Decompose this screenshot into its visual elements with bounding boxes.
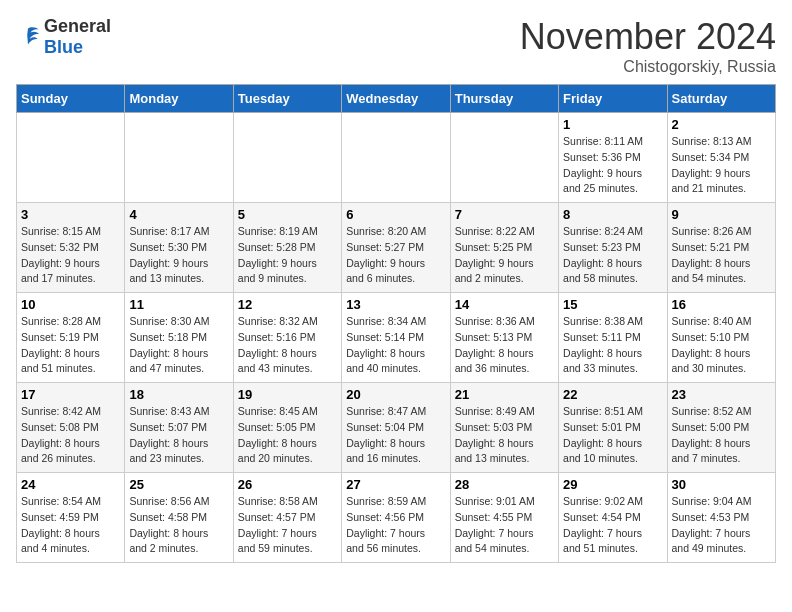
day-info: Sunrise: 8:47 AM Sunset: 5:04 PM Dayligh… (346, 404, 445, 467)
calendar-cell: 21Sunrise: 8:49 AM Sunset: 5:03 PM Dayli… (450, 383, 558, 473)
day-number: 30 (672, 477, 771, 492)
calendar-cell: 13Sunrise: 8:34 AM Sunset: 5:14 PM Dayli… (342, 293, 450, 383)
calendar-cell: 6Sunrise: 8:20 AM Sunset: 5:27 PM Daylig… (342, 203, 450, 293)
calendar-cell: 29Sunrise: 9:02 AM Sunset: 4:54 PM Dayli… (559, 473, 667, 563)
day-info: Sunrise: 8:36 AM Sunset: 5:13 PM Dayligh… (455, 314, 554, 377)
column-header-sunday: Sunday (17, 85, 125, 113)
day-number: 3 (21, 207, 120, 222)
day-info: Sunrise: 8:58 AM Sunset: 4:57 PM Dayligh… (238, 494, 337, 557)
day-number: 7 (455, 207, 554, 222)
calendar-cell (125, 113, 233, 203)
day-number: 24 (21, 477, 120, 492)
day-info: Sunrise: 8:43 AM Sunset: 5:07 PM Dayligh… (129, 404, 228, 467)
day-info: Sunrise: 8:11 AM Sunset: 5:36 PM Dayligh… (563, 134, 662, 197)
week-row-5: 24Sunrise: 8:54 AM Sunset: 4:59 PM Dayli… (17, 473, 776, 563)
day-number: 13 (346, 297, 445, 312)
day-info: Sunrise: 8:32 AM Sunset: 5:16 PM Dayligh… (238, 314, 337, 377)
calendar-cell: 14Sunrise: 8:36 AM Sunset: 5:13 PM Dayli… (450, 293, 558, 383)
logo: General Blue (16, 16, 111, 58)
day-info: Sunrise: 8:38 AM Sunset: 5:11 PM Dayligh… (563, 314, 662, 377)
day-info: Sunrise: 8:15 AM Sunset: 5:32 PM Dayligh… (21, 224, 120, 287)
day-info: Sunrise: 8:52 AM Sunset: 5:00 PM Dayligh… (672, 404, 771, 467)
calendar-body: 1Sunrise: 8:11 AM Sunset: 5:36 PM Daylig… (17, 113, 776, 563)
calendar-cell: 10Sunrise: 8:28 AM Sunset: 5:19 PM Dayli… (17, 293, 125, 383)
title-block: November 2024 Chistogorskiy, Russia (520, 16, 776, 76)
calendar-cell: 3Sunrise: 8:15 AM Sunset: 5:32 PM Daylig… (17, 203, 125, 293)
day-info: Sunrise: 8:17 AM Sunset: 5:30 PM Dayligh… (129, 224, 228, 287)
column-header-friday: Friday (559, 85, 667, 113)
day-number: 28 (455, 477, 554, 492)
column-header-monday: Monday (125, 85, 233, 113)
page-header: General Blue November 2024 Chistogorskiy… (16, 16, 776, 76)
day-info: Sunrise: 8:19 AM Sunset: 5:28 PM Dayligh… (238, 224, 337, 287)
day-number: 6 (346, 207, 445, 222)
calendar-cell: 7Sunrise: 8:22 AM Sunset: 5:25 PM Daylig… (450, 203, 558, 293)
day-number: 14 (455, 297, 554, 312)
day-info: Sunrise: 8:54 AM Sunset: 4:59 PM Dayligh… (21, 494, 120, 557)
calendar-cell (450, 113, 558, 203)
day-info: Sunrise: 8:28 AM Sunset: 5:19 PM Dayligh… (21, 314, 120, 377)
calendar-cell: 2Sunrise: 8:13 AM Sunset: 5:34 PM Daylig… (667, 113, 775, 203)
calendar-cell: 20Sunrise: 8:47 AM Sunset: 5:04 PM Dayli… (342, 383, 450, 473)
calendar-cell: 24Sunrise: 8:54 AM Sunset: 4:59 PM Dayli… (17, 473, 125, 563)
day-info: Sunrise: 8:20 AM Sunset: 5:27 PM Dayligh… (346, 224, 445, 287)
day-number: 21 (455, 387, 554, 402)
day-number: 11 (129, 297, 228, 312)
calendar-cell: 16Sunrise: 8:40 AM Sunset: 5:10 PM Dayli… (667, 293, 775, 383)
week-row-1: 1Sunrise: 8:11 AM Sunset: 5:36 PM Daylig… (17, 113, 776, 203)
calendar-cell: 27Sunrise: 8:59 AM Sunset: 4:56 PM Dayli… (342, 473, 450, 563)
day-number: 20 (346, 387, 445, 402)
calendar-cell: 1Sunrise: 8:11 AM Sunset: 5:36 PM Daylig… (559, 113, 667, 203)
calendar-cell: 30Sunrise: 9:04 AM Sunset: 4:53 PM Dayli… (667, 473, 775, 563)
day-number: 2 (672, 117, 771, 132)
logo-general: General (44, 16, 111, 36)
column-header-saturday: Saturday (667, 85, 775, 113)
day-info: Sunrise: 8:51 AM Sunset: 5:01 PM Dayligh… (563, 404, 662, 467)
day-number: 15 (563, 297, 662, 312)
calendar-cell: 11Sunrise: 8:30 AM Sunset: 5:18 PM Dayli… (125, 293, 233, 383)
day-info: Sunrise: 8:56 AM Sunset: 4:58 PM Dayligh… (129, 494, 228, 557)
calendar-cell: 25Sunrise: 8:56 AM Sunset: 4:58 PM Dayli… (125, 473, 233, 563)
day-info: Sunrise: 8:26 AM Sunset: 5:21 PM Dayligh… (672, 224, 771, 287)
day-info: Sunrise: 8:42 AM Sunset: 5:08 PM Dayligh… (21, 404, 120, 467)
day-number: 12 (238, 297, 337, 312)
day-number: 16 (672, 297, 771, 312)
day-number: 4 (129, 207, 228, 222)
day-info: Sunrise: 9:01 AM Sunset: 4:55 PM Dayligh… (455, 494, 554, 557)
day-number: 9 (672, 207, 771, 222)
day-info: Sunrise: 9:02 AM Sunset: 4:54 PM Dayligh… (563, 494, 662, 557)
month-title: November 2024 (520, 16, 776, 58)
day-number: 17 (21, 387, 120, 402)
calendar-cell: 19Sunrise: 8:45 AM Sunset: 5:05 PM Dayli… (233, 383, 341, 473)
location-title: Chistogorskiy, Russia (520, 58, 776, 76)
day-number: 1 (563, 117, 662, 132)
column-header-thursday: Thursday (450, 85, 558, 113)
calendar-cell (233, 113, 341, 203)
day-number: 25 (129, 477, 228, 492)
week-row-4: 17Sunrise: 8:42 AM Sunset: 5:08 PM Dayli… (17, 383, 776, 473)
day-info: Sunrise: 8:24 AM Sunset: 5:23 PM Dayligh… (563, 224, 662, 287)
calendar-cell: 28Sunrise: 9:01 AM Sunset: 4:55 PM Dayli… (450, 473, 558, 563)
week-row-3: 10Sunrise: 8:28 AM Sunset: 5:19 PM Dayli… (17, 293, 776, 383)
calendar-header-row: SundayMondayTuesdayWednesdayThursdayFrid… (17, 85, 776, 113)
day-info: Sunrise: 8:40 AM Sunset: 5:10 PM Dayligh… (672, 314, 771, 377)
day-info: Sunrise: 8:59 AM Sunset: 4:56 PM Dayligh… (346, 494, 445, 557)
day-number: 5 (238, 207, 337, 222)
calendar-cell: 22Sunrise: 8:51 AM Sunset: 5:01 PM Dayli… (559, 383, 667, 473)
day-number: 19 (238, 387, 337, 402)
calendar-cell: 15Sunrise: 8:38 AM Sunset: 5:11 PM Dayli… (559, 293, 667, 383)
day-info: Sunrise: 8:49 AM Sunset: 5:03 PM Dayligh… (455, 404, 554, 467)
calendar-cell: 26Sunrise: 8:58 AM Sunset: 4:57 PM Dayli… (233, 473, 341, 563)
day-number: 8 (563, 207, 662, 222)
day-info: Sunrise: 8:34 AM Sunset: 5:14 PM Dayligh… (346, 314, 445, 377)
day-info: Sunrise: 8:45 AM Sunset: 5:05 PM Dayligh… (238, 404, 337, 467)
calendar-cell: 18Sunrise: 8:43 AM Sunset: 5:07 PM Dayli… (125, 383, 233, 473)
calendar-cell: 23Sunrise: 8:52 AM Sunset: 5:00 PM Dayli… (667, 383, 775, 473)
logo-icon (16, 25, 40, 45)
day-info: Sunrise: 9:04 AM Sunset: 4:53 PM Dayligh… (672, 494, 771, 557)
column-header-tuesday: Tuesday (233, 85, 341, 113)
week-row-2: 3Sunrise: 8:15 AM Sunset: 5:32 PM Daylig… (17, 203, 776, 293)
calendar-table: SundayMondayTuesdayWednesdayThursdayFrid… (16, 84, 776, 563)
day-number: 10 (21, 297, 120, 312)
day-info: Sunrise: 8:13 AM Sunset: 5:34 PM Dayligh… (672, 134, 771, 197)
